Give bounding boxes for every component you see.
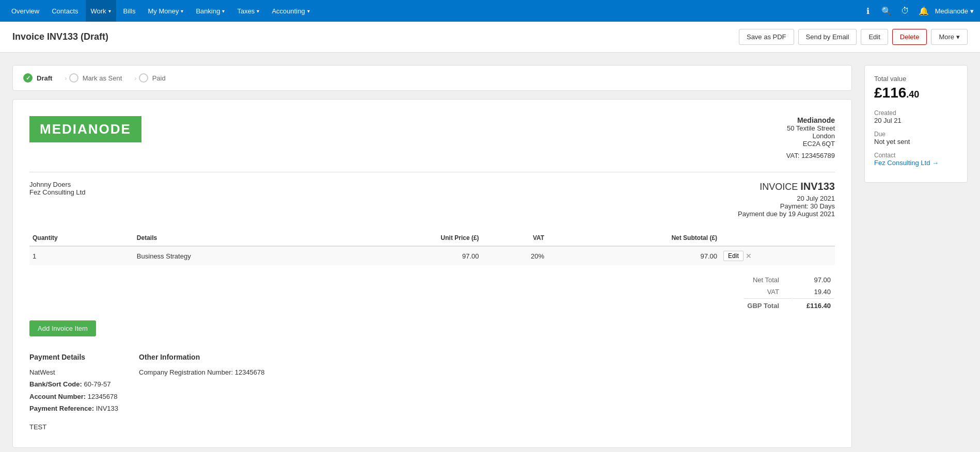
bank-name: NatWest xyxy=(29,366,118,378)
nav-my-money[interactable]: My Money ▾ xyxy=(143,0,188,22)
notifications-icon[interactable]: 🔔 xyxy=(916,4,931,18)
total-cents: .40 xyxy=(906,89,919,100)
client-company: Fez Consulting Ltd xyxy=(29,188,85,196)
contact-item: Contact Fez Consulting Ltd → xyxy=(874,152,958,167)
company-info: Medianode 50 Textile Street London EC2A … xyxy=(786,116,835,159)
user-menu[interactable]: Medianode ▾ xyxy=(935,7,974,15)
created-item: Created 20 Jul 21 xyxy=(874,109,958,124)
row-qty: 1 xyxy=(29,246,134,265)
info-icon[interactable]: ℹ xyxy=(861,4,875,18)
company-vat: VAT: 123456789 xyxy=(786,152,835,159)
nav-banking[interactable]: Banking ▾ xyxy=(191,0,230,22)
nav-contacts[interactable]: Contacts xyxy=(46,0,83,22)
taxes-chevron-icon: ▾ xyxy=(257,8,259,14)
footer-info: Payment Details NatWest Bank/Sort Code: … xyxy=(29,353,835,415)
col-vat: VAT xyxy=(482,230,548,246)
invoice-notes: TEST xyxy=(29,423,835,431)
col-details: Details xyxy=(134,230,335,246)
send-email-button[interactable]: Send by Email xyxy=(798,29,857,45)
nav-links: Overview Contacts Work ▾ Bills My Money … xyxy=(6,0,315,22)
row-details: Business Strategy xyxy=(134,246,335,265)
sort-code: Bank/Sort Code: 60-79-57 xyxy=(29,378,118,390)
line-delete-button[interactable]: ✕ xyxy=(746,252,752,260)
draft-status-icon: ✓ xyxy=(23,73,33,83)
edit-button[interactable]: Edit xyxy=(861,29,888,45)
contact-value: Fez Consulting Ltd → xyxy=(874,159,958,167)
status-sep-2: › xyxy=(134,74,136,82)
bill-to: Johnny Doers Fez Consulting Ltd xyxy=(29,181,85,218)
net-total-row: Net Total 97.00 xyxy=(744,275,834,285)
total-pounds: £116 xyxy=(874,85,906,101)
nav-work[interactable]: Work ▾ xyxy=(86,0,116,22)
main-content: ✓ Draft › Mark as Sent › Paid MEDIANODE … xyxy=(0,53,980,452)
invoice-area: ✓ Draft › Mark as Sent › Paid MEDIANODE … xyxy=(12,65,852,448)
add-invoice-item-button[interactable]: Add Invoice Item xyxy=(29,320,96,336)
payment-due: Payment due by 19 August 2021 xyxy=(738,210,835,218)
due-item: Due Not yet sent xyxy=(874,131,958,146)
company-name: Medianode xyxy=(786,116,835,124)
status-step-sent[interactable]: Mark as Sent xyxy=(69,73,133,83)
company-header: MEDIANODE Medianode 50 Textile Street Lo… xyxy=(29,116,835,159)
accounting-chevron-icon: ▾ xyxy=(307,8,310,14)
nav-overview[interactable]: Overview xyxy=(6,0,44,22)
top-navigation: Overview Contacts Work ▾ Bills My Money … xyxy=(0,0,980,22)
col-actions xyxy=(720,230,835,246)
company-address-1: 50 Textile Street xyxy=(786,124,835,132)
user-chevron-icon: ▾ xyxy=(970,7,974,15)
company-logo: MEDIANODE xyxy=(29,116,141,142)
col-subtotal: Net Subtotal (£) xyxy=(547,230,720,246)
paid-status-icon xyxy=(139,73,148,83)
page-title: Invoice INV133 (Draft) xyxy=(12,31,108,42)
client-name: Johnny Doers xyxy=(29,181,85,188)
nav-bills[interactable]: Bills xyxy=(118,0,141,22)
invoice-date: 20 July 2021 xyxy=(738,195,835,202)
nav-taxes[interactable]: Taxes ▾ xyxy=(232,0,264,22)
contact-link[interactable]: Fez Consulting Ltd → xyxy=(874,159,939,167)
payment-details: Payment Details NatWest Bank/Sort Code: … xyxy=(29,353,118,415)
work-chevron-icon: ▾ xyxy=(108,8,111,14)
summary-card: Total value £116.40 Created 20 Jul 21 Du… xyxy=(864,65,968,183)
payment-terms: Payment: 30 Days xyxy=(738,202,835,210)
col-quantity: Quantity xyxy=(29,230,134,246)
net-total-value: 97.00 xyxy=(793,275,834,285)
more-button[interactable]: More ▾ xyxy=(931,29,968,45)
payment-reference: Payment Reference: INV133 xyxy=(29,402,118,414)
more-chevron-icon: ▾ xyxy=(956,33,960,41)
row-actions: Edit ✕ xyxy=(720,246,835,265)
nav-accounting[interactable]: Accounting ▾ xyxy=(266,0,314,22)
created-label: Created xyxy=(874,109,958,117)
save-pdf-button[interactable]: Save as PDF xyxy=(739,29,794,45)
timer-icon[interactable]: ⏱ xyxy=(898,4,912,18)
nav-right-icons: ℹ 🔍 ⏱ 🔔 Medianode ▾ xyxy=(861,4,974,18)
my-money-chevron-icon: ▾ xyxy=(181,8,183,14)
crn: Company Registration Number: 12345678 xyxy=(139,366,265,378)
total-amount: £116.40 xyxy=(874,85,958,101)
status-bar: ✓ Draft › Mark as Sent › Paid xyxy=(12,65,852,91)
header-divider xyxy=(29,172,835,172)
payment-details-title: Payment Details xyxy=(29,353,118,361)
row-vat: 20% xyxy=(482,246,548,265)
invoice-table: Quantity Details Unit Price (£) VAT Net … xyxy=(29,230,835,265)
status-step-paid[interactable]: Paid xyxy=(139,73,176,83)
totals-table: Net Total 97.00 VAT 19.40 GBP Total £116… xyxy=(743,273,835,312)
vat-value: 19.40 xyxy=(793,286,834,297)
line-edit-button[interactable]: Edit xyxy=(723,251,744,261)
created-value: 20 Jul 21 xyxy=(874,117,958,124)
status-step-draft[interactable]: ✓ Draft xyxy=(23,73,62,83)
header-actions: Save as PDF Send by Email Edit Delete Mo… xyxy=(739,29,968,45)
other-info-title: Other Information xyxy=(139,353,265,361)
grand-total-row: GBP Total £116.40 xyxy=(744,298,834,311)
grand-total-value: £116.40 xyxy=(793,298,834,311)
company-address-3: EC2A 6QT xyxy=(786,140,835,148)
row-subtotal: 97.00 xyxy=(547,246,720,265)
status-sep-1: › xyxy=(65,74,67,82)
invoice-meta: INVOICE INV133 20 July 2021 Payment: 30 … xyxy=(738,181,835,218)
search-icon[interactable]: 🔍 xyxy=(879,4,894,18)
delete-button[interactable]: Delete xyxy=(892,29,927,45)
col-unit-price: Unit Price (£) xyxy=(334,230,482,246)
grand-total-label: GBP Total xyxy=(744,298,792,311)
due-label: Due xyxy=(874,131,958,138)
row-unit-price: 97.00 xyxy=(334,246,482,265)
sent-status-icon xyxy=(69,73,78,83)
page-header: Invoice INV133 (Draft) Save as PDF Send … xyxy=(0,22,980,53)
